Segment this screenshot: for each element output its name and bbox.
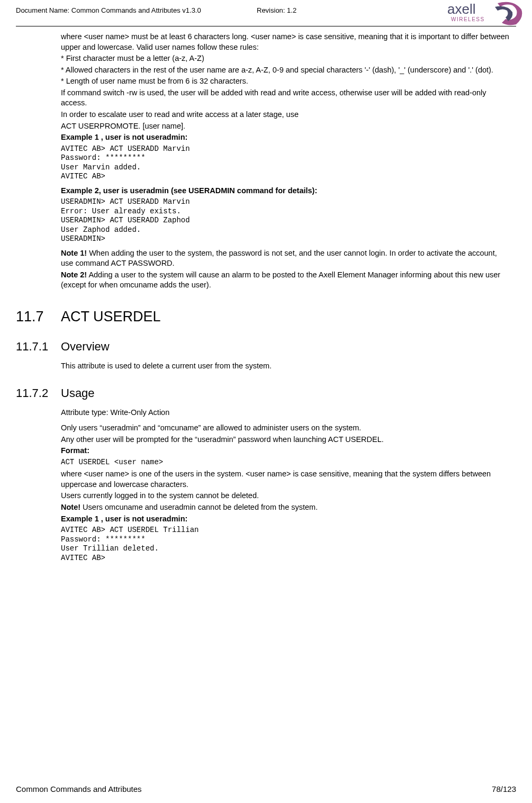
note: Note! Users omcuname and useradmin canno…	[61, 502, 511, 513]
code-block: AVITEC AB> ACT USERADD Marvin Password: …	[61, 145, 511, 182]
section-title: ACT USERDEL	[61, 309, 161, 325]
note-label: Note 2!	[61, 270, 87, 279]
note: Note 2! Adding a user to the system will…	[61, 270, 511, 291]
code-block: ACT USERDEL <user name>	[61, 458, 511, 467]
paragraph: If command switch -rw is used, the user …	[61, 88, 511, 109]
logo-subtext: WIRELESS	[451, 16, 485, 22]
paragraph: Users currently logged in to the system …	[61, 491, 511, 501]
code-block: USERADMIN> ACT USERADD Marvin Error: Use…	[61, 197, 511, 244]
note-text: When adding the user to the system, the …	[61, 249, 497, 268]
page-footer: Common Commands and Attributes 78/123	[16, 784, 516, 793]
section-heading: 11.7 ACT USERDEL	[16, 309, 516, 325]
subsection-body: Attribute type: Write-Only Action Only u…	[16, 408, 516, 563]
paragraph: In order to escalate user to read and wr…	[61, 110, 511, 120]
subsection-title: Usage	[61, 386, 95, 400]
page-body: where <user name> must be at least 6 cha…	[16, 32, 516, 291]
note: Note 1! When adding the user to the syst…	[61, 248, 511, 269]
paragraph: This attribute is used to delete a curre…	[61, 361, 511, 372]
doc-name: Document Name: Common Commands and Attri…	[16, 6, 201, 14]
logo-swoosh-inner-icon	[495, 6, 512, 21]
subsection-number: 11.7.2	[16, 386, 61, 400]
logo-text: axell	[447, 1, 475, 17]
paragraph: where <user name> must be at least 6 cha…	[61, 32, 511, 52]
paragraph: where <user name> is one of the users in…	[61, 469, 511, 490]
subsection-heading: 11.7.2 Usage	[16, 386, 516, 400]
footer-title: Common Commands and Attributes	[16, 784, 142, 793]
subsection-number: 11.7.1	[16, 340, 61, 354]
paragraph: Any other user will be prompted for the …	[61, 435, 511, 445]
note-label: Note 1!	[61, 249, 87, 257]
note-text: Adding a user to the system will cause a…	[61, 270, 500, 290]
note-label: Note!	[61, 503, 80, 511]
rule-item: * Length of user name must be from 6 is …	[61, 76, 511, 87]
section-number: 11.7	[16, 309, 61, 325]
paragraph: Only users “useradmin” and “omcuname” ar…	[61, 423, 511, 434]
note-text: Users omcuname and useradmin cannot be d…	[80, 503, 318, 511]
page-header: Document Name: Common Commands and Attri…	[16, 0, 516, 26]
axell-logo: axell WIRELESS	[445, 0, 527, 28]
format-label: Format:	[61, 446, 511, 456]
example-title: Example 1 , user is not useradmin:	[61, 132, 511, 143]
rule-item: * Allowed characters in the rest of the …	[61, 65, 511, 76]
paragraph: ACT USERPROMOTE. [user name].	[61, 121, 511, 132]
subsection-body: This attribute is used to delete a curre…	[16, 361, 516, 372]
example-title: Example 2, user is useradmin (see USERAD…	[61, 186, 511, 196]
revision: Revision: 1.2	[257, 6, 296, 14]
subsection-heading: 11.7.1 Overview	[16, 340, 516, 354]
paragraph: Attribute type: Write-Only Action	[61, 408, 511, 418]
example-title: Example 1 , user is not useradmin:	[61, 514, 511, 525]
rule-item: * First character must be a letter (a-z,…	[61, 53, 511, 64]
page-number: 78/123	[492, 784, 516, 793]
subsection-title: Overview	[61, 340, 110, 354]
code-block: AVITEC AB> ACT USERDEL Trillian Password…	[61, 526, 511, 563]
